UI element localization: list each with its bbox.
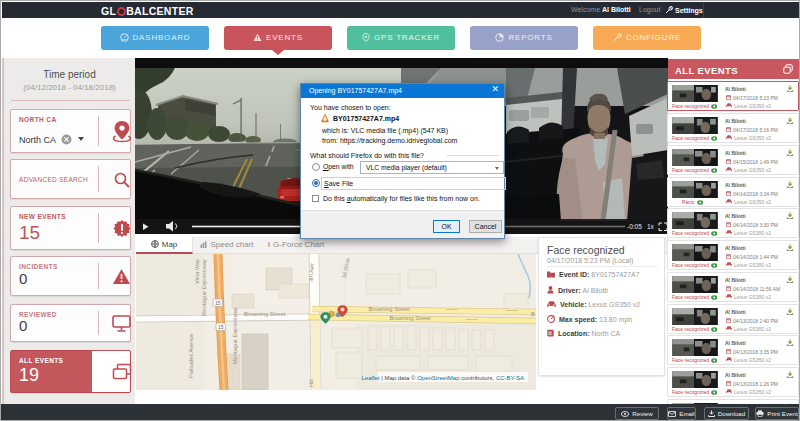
svg-text:15: 15: [215, 300, 221, 306]
svg-text:Montague Expressway: Montague Expressway: [201, 259, 207, 316]
svg-text:Browning Street: Browning Street: [244, 311, 286, 317]
svg-text:Hill: Hill: [308, 379, 314, 387]
svg-text:B: B: [531, 311, 535, 317]
svg-text:Vista Way: Vista Way: [194, 259, 200, 284]
svg-text:Palisades Avenue: Palisades Avenue: [188, 334, 194, 378]
svg-text:-0:05: -0:05: [627, 223, 642, 230]
svg-text:4th Ave: 4th Ave: [308, 263, 315, 282]
svg-text:——: ——: [446, 306, 458, 312]
svg-text:1x: 1x: [647, 223, 655, 230]
svg-text:Browning Street: Browning Street: [368, 306, 410, 312]
svg-text:Leaflet | Map data © OpenStree: Leaflet | Map data © OpenStreetMap contr…: [361, 375, 524, 381]
svg-text:Browning Street: Browning Street: [389, 315, 431, 321]
svg-text:15: 15: [218, 324, 224, 330]
svg-text:——: ——: [506, 307, 518, 313]
svg-text:——: ——: [466, 316, 478, 322]
svg-text:Montague Expressway: Montague Expressway: [232, 307, 238, 364]
